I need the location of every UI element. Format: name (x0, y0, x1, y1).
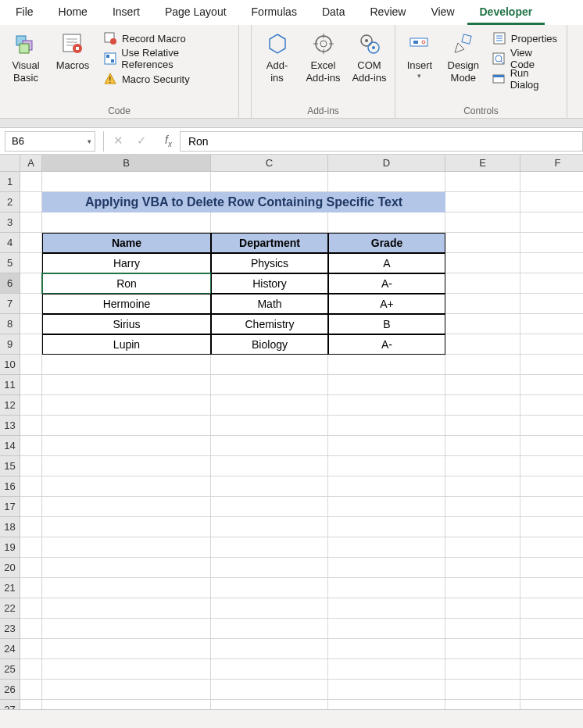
cell-D19[interactable] (328, 537, 445, 558)
formula-input[interactable]: Ron (180, 131, 583, 152)
cell-E3[interactable] (445, 212, 520, 233)
cell-F5[interactable] (520, 253, 583, 273)
cell-F10[interactable] (520, 355, 583, 375)
cell-F19[interactable] (520, 537, 583, 558)
cell-A24[interactable] (20, 639, 42, 659)
excel-add-ins-button[interactable]: Excel Add-ins (302, 28, 344, 84)
cell-C13[interactable] (211, 416, 328, 436)
cell-A10[interactable] (20, 355, 42, 375)
row-header-6[interactable]: 6 (0, 273, 20, 294)
cell-F21[interactable] (520, 578, 583, 598)
column-header-B[interactable]: B (42, 155, 211, 172)
row-header-16[interactable]: 16 (0, 476, 20, 497)
row-header-2[interactable]: 2 (0, 192, 20, 212)
cell-C18[interactable] (211, 517, 328, 537)
cell-D7[interactable]: A+ (328, 294, 445, 314)
cell-D21[interactable] (328, 578, 445, 598)
cell-B19[interactable] (42, 537, 211, 558)
cell-F26[interactable] (520, 680, 583, 700)
cell-F9[interactable] (520, 334, 583, 355)
cell-B15[interactable] (42, 456, 211, 476)
cell-B16[interactable] (42, 476, 211, 497)
cell-E12[interactable] (445, 395, 520, 416)
cell-D22[interactable] (328, 598, 445, 619)
cell-B17[interactable] (42, 497, 211, 517)
cell-D18[interactable] (328, 517, 445, 537)
cell-D26[interactable] (328, 680, 445, 700)
cell-D14[interactable] (328, 436, 445, 456)
cells-grid[interactable]: Applying VBA to Delete Row Containing Sp… (20, 172, 583, 720)
cell-A4[interactable] (20, 233, 42, 253)
cell-B7[interactable]: Hermoine (42, 294, 211, 314)
cell-A16[interactable] (20, 476, 42, 497)
cell-C15[interactable] (211, 456, 328, 476)
cell-F17[interactable] (520, 497, 583, 517)
tab-file[interactable]: File (3, 1, 46, 25)
row-header-7[interactable]: 7 (0, 294, 20, 314)
column-header-D[interactable]: D (328, 155, 445, 172)
cell-E17[interactable] (445, 497, 520, 517)
tab-data[interactable]: Data (309, 1, 358, 25)
record-macro-button[interactable]: Record Macro (98, 28, 234, 48)
cell-B2[interactable]: Applying VBA to Delete Row Containing Sp… (42, 192, 445, 212)
cell-E26[interactable] (445, 680, 520, 700)
column-header-F[interactable]: F (520, 155, 583, 172)
design-mode-button[interactable]: Design Mode (444, 28, 483, 84)
cell-A6[interactable] (20, 273, 42, 294)
row-header-14[interactable]: 14 (0, 436, 20, 456)
cell-A15[interactable] (20, 456, 42, 476)
cell-A11[interactable] (20, 375, 42, 395)
row-header-20[interactable]: 20 (0, 558, 20, 578)
row-header-24[interactable]: 24 (0, 639, 20, 659)
fx-button[interactable]: fx (157, 134, 180, 148)
com-add-ins-button[interactable]: COM Add-ins (349, 28, 390, 84)
cell-E25[interactable] (445, 659, 520, 680)
cell-E20[interactable] (445, 558, 520, 578)
cell-F25[interactable] (520, 659, 583, 680)
cell-F4[interactable] (520, 233, 583, 253)
cell-F22[interactable] (520, 598, 583, 619)
cell-A1[interactable] (20, 172, 42, 192)
cell-F7[interactable] (520, 294, 583, 314)
cell-C6[interactable]: History (211, 273, 328, 294)
cell-B5[interactable]: Harry (42, 253, 211, 273)
cell-D1[interactable] (328, 172, 445, 192)
cell-D24[interactable] (328, 639, 445, 659)
cell-C11[interactable] (211, 375, 328, 395)
cell-A19[interactable] (20, 537, 42, 558)
cell-F12[interactable] (520, 395, 583, 416)
cell-E2[interactable] (445, 192, 520, 212)
cell-C17[interactable] (211, 497, 328, 517)
cell-C12[interactable] (211, 395, 328, 416)
cell-F23[interactable] (520, 619, 583, 639)
cell-B13[interactable] (42, 416, 211, 436)
row-header-5[interactable]: 5 (0, 253, 20, 273)
cell-B25[interactable] (42, 659, 211, 680)
cell-D23[interactable] (328, 619, 445, 639)
add-ins-button[interactable]: Add- ins (256, 28, 298, 84)
cell-D15[interactable] (328, 456, 445, 476)
row-header-23[interactable]: 23 (0, 619, 20, 639)
cell-A26[interactable] (20, 680, 42, 700)
cell-F11[interactable] (520, 375, 583, 395)
cell-F8[interactable] (520, 314, 583, 334)
row-header-8[interactable]: 8 (0, 314, 20, 334)
cell-F15[interactable] (520, 456, 583, 476)
row-header-21[interactable]: 21 (0, 578, 20, 598)
cell-A9[interactable] (20, 334, 42, 355)
visual-basic-button[interactable]: Visual Basic (5, 28, 47, 84)
cell-D12[interactable] (328, 395, 445, 416)
cell-E9[interactable] (445, 334, 520, 355)
cell-B26[interactable] (42, 680, 211, 700)
cell-C24[interactable] (211, 639, 328, 659)
select-all-corner[interactable] (0, 155, 20, 172)
name-box[interactable]: B6 ▾ (5, 131, 95, 152)
cell-B6[interactable]: Ron (42, 273, 211, 294)
cell-B14[interactable] (42, 436, 211, 456)
chevron-down-icon[interactable]: ▾ (88, 137, 91, 145)
column-header-E[interactable]: E (445, 155, 520, 172)
cell-B24[interactable] (42, 639, 211, 659)
cell-A2[interactable] (20, 192, 42, 212)
cell-E11[interactable] (445, 375, 520, 395)
cell-A21[interactable] (20, 578, 42, 598)
